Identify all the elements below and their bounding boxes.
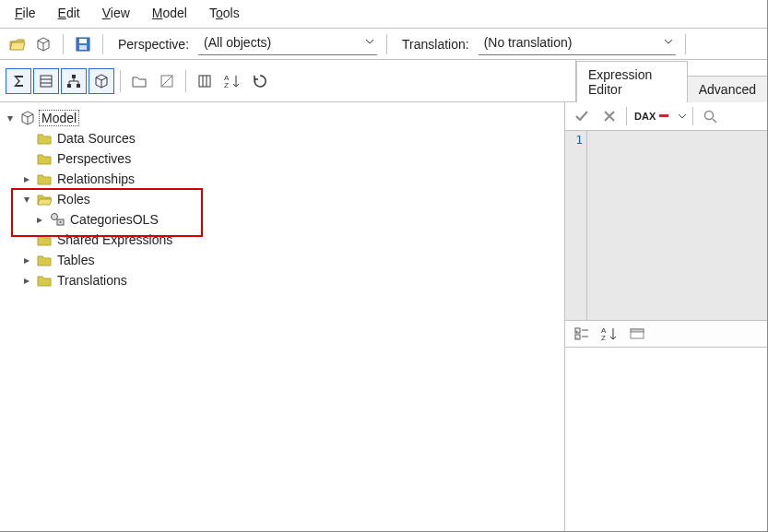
menu-model[interactable]: Model — [152, 6, 187, 20]
app-window: File Edit View Model Tools Perspective: … — [0, 0, 768, 532]
hierarchy-button[interactable] — [61, 68, 87, 94]
collapse-icon[interactable]: ▾ — [4, 112, 17, 124]
check-icon — [573, 108, 590, 124]
right-pane: DAX 1 +− AZ — [565, 102, 767, 532]
categorized-button[interactable]: +− — [571, 324, 593, 344]
editor-area: 1 — [565, 131, 767, 320]
secondary-row: AZ Expression Editor Advanced — [0, 60, 767, 102]
svg-rect-7 — [67, 84, 71, 88]
right-tabs: Expression Editor Advanced — [576, 60, 767, 102]
toolbar-separator — [692, 107, 693, 125]
close-icon — [602, 109, 617, 124]
collapse-icon[interactable]: ▾ — [20, 193, 33, 206]
svg-point-18 — [60, 221, 62, 223]
cube-icon — [35, 36, 52, 53]
list-rows-button[interactable] — [33, 68, 59, 94]
menu-view[interactable]: View — [102, 6, 130, 20]
open-folder-icon — [9, 37, 26, 52]
tree-row[interactable]: ▸ CategoriesOLS — [4, 209, 561, 230]
node-perspectives[interactable]: Perspectives — [55, 151, 133, 166]
cube-view-button[interactable] — [89, 68, 114, 94]
accept-button[interactable] — [571, 106, 593, 126]
role-icon — [50, 212, 65, 227]
menu-bar: File Edit View Model Tools — [0, 0, 767, 29]
svg-line-21 — [713, 119, 716, 123]
cancel-button[interactable] — [598, 106, 620, 126]
node-model[interactable]: Model — [39, 110, 79, 126]
search-button[interactable] — [699, 106, 721, 126]
alpha-sort-button[interactable]: AZ — [598, 324, 620, 344]
search-icon — [703, 109, 717, 124]
node-roles[interactable]: Roles — [55, 192, 92, 207]
node-shared-expressions[interactable]: Shared Expressions — [55, 232, 174, 247]
toolbar-separator — [185, 70, 186, 92]
tree-row[interactable]: ▾ Model — [4, 108, 561, 128]
chevron-down-icon — [364, 36, 375, 47]
open-folder-button[interactable] — [7, 34, 28, 54]
folder-icon — [37, 151, 52, 166]
code-textarea[interactable] — [587, 131, 767, 320]
svg-text:−: − — [575, 335, 579, 340]
expand-icon[interactable]: ▸ — [20, 172, 33, 185]
translation-combo[interactable]: (No translation) — [479, 32, 676, 55]
menu-file[interactable]: File — [15, 6, 36, 20]
cube-button[interactable] — [33, 34, 53, 54]
property-pages-button[interactable] — [626, 324, 648, 344]
node-relationships[interactable]: Relationships — [55, 171, 136, 186]
sort-az-button[interactable]: AZ — [219, 68, 245, 94]
rows-icon — [38, 73, 54, 89]
dax-mode-button[interactable]: DAX — [632, 106, 672, 126]
tree-pane: ▾ Model Data Sources Perspectives ▸ — [0, 102, 565, 532]
translation-value: (No translation) — [484, 35, 573, 50]
categorized-icon: +− — [573, 325, 590, 342]
sort-az-icon: AZ — [600, 325, 619, 342]
perspective-value: (All objects) — [204, 35, 271, 50]
refresh-button[interactable] — [247, 68, 273, 94]
perspective-combo[interactable]: (All objects) — [198, 32, 377, 55]
tab-advanced[interactable]: Advanced — [687, 76, 768, 102]
tree-row[interactable]: Data Sources — [4, 128, 561, 148]
property-grid[interactable] — [565, 347, 767, 533]
toolbar-separator — [386, 34, 387, 54]
expand-icon[interactable]: ▸ — [20, 274, 33, 287]
editor-toolbar: DAX — [565, 102, 767, 131]
columns-button[interactable] — [192, 68, 218, 94]
tree-row[interactable]: ▾ Roles — [4, 189, 561, 209]
model-tree[interactable]: ▾ Model Data Sources Perspectives ▸ — [0, 102, 564, 296]
node-translations[interactable]: Translations — [55, 273, 129, 288]
toolbar-separator — [120, 70, 121, 92]
editor-gutter: 1 — [565, 131, 587, 320]
svg-rect-3 — [41, 76, 52, 87]
folder-view-button[interactable] — [126, 68, 152, 94]
main-toolbar: Perspective: (All objects) Translation: … — [0, 29, 767, 60]
svg-rect-1 — [79, 39, 87, 43]
menu-edit[interactable]: Edit — [58, 6, 80, 20]
tree-row[interactable]: ▸ Relationships — [4, 169, 561, 189]
body: ▾ Model Data Sources Perspectives ▸ — [0, 102, 767, 532]
svg-rect-8 — [77, 84, 80, 88]
save-button[interactable] — [73, 34, 93, 54]
sigma-button[interactable] — [6, 68, 31, 94]
toolbar-separator — [685, 34, 686, 54]
svg-rect-6 — [72, 75, 76, 78]
hidden-icon — [159, 73, 175, 89]
property-page-icon — [629, 326, 645, 341]
folder-icon — [37, 232, 52, 247]
expand-icon[interactable]: ▸ — [33, 213, 46, 226]
expand-icon[interactable]: ▸ — [20, 254, 33, 266]
hidden-toggle-button[interactable] — [154, 68, 180, 94]
node-categories-ols[interactable]: CategoriesOLS — [68, 212, 160, 227]
tree-row[interactable]: ▸ Translations — [4, 270, 561, 290]
toolbar-separator — [63, 34, 64, 54]
tree-row[interactable]: ▸ Tables — [4, 250, 561, 270]
node-data-sources[interactable]: Data Sources — [55, 131, 137, 146]
folder-icon — [37, 171, 52, 186]
tab-expression-editor[interactable]: Expression Editor — [576, 61, 688, 102]
tree-row[interactable]: Shared Expressions — [4, 230, 561, 250]
svg-text:Z: Z — [601, 334, 606, 342]
svg-text:Z: Z — [224, 81, 229, 89]
svg-line-10 — [161, 76, 172, 87]
tree-row[interactable]: Perspectives — [4, 148, 561, 169]
menu-tools[interactable]: Tools — [209, 6, 240, 20]
node-tables[interactable]: Tables — [55, 253, 96, 267]
